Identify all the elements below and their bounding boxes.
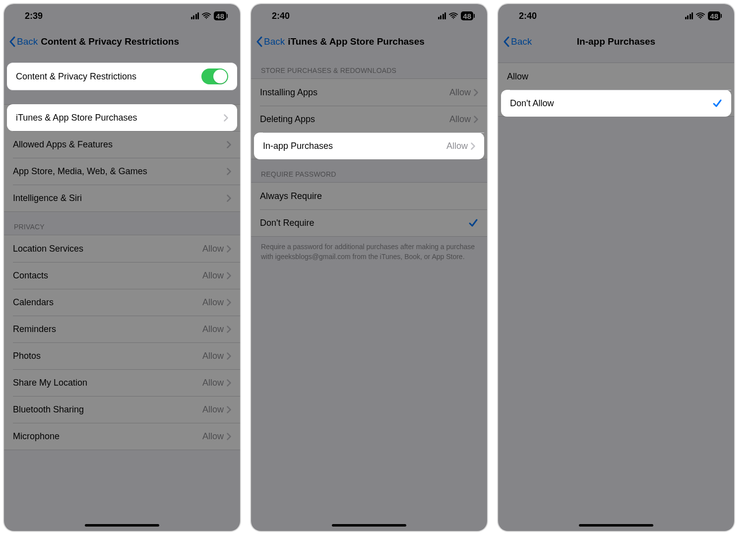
back-label: Back bbox=[17, 36, 38, 47]
toggle-switch[interactable] bbox=[201, 68, 228, 84]
row-reminders[interactable]: RemindersAllow bbox=[4, 316, 240, 342]
row-bluetooth-sharing[interactable]: Bluetooth SharingAllow bbox=[4, 396, 240, 423]
wifi-icon bbox=[696, 12, 705, 19]
screen-3: 2:40 48 Back In-app Purchases Allow Don'… bbox=[497, 3, 735, 532]
row-label: Bluetooth Sharing bbox=[13, 404, 202, 415]
screen-2: 2:40 48 Back iTunes & App Store Purchase… bbox=[250, 3, 488, 532]
row-calendars[interactable]: CalendarsAllow bbox=[4, 289, 240, 316]
privacy-group: Location ServicesAllow ContactsAllow Cal… bbox=[4, 235, 240, 450]
footer-note: Require a password for additional purcha… bbox=[251, 237, 487, 262]
home-indicator[interactable] bbox=[579, 524, 653, 527]
row-label: Calendars bbox=[13, 297, 202, 308]
privacy-header: Privacy bbox=[4, 212, 240, 235]
row-itunes-app-store[interactable]: iTunes & App Store Purchases bbox=[7, 104, 237, 131]
back-button[interactable]: Back bbox=[9, 36, 38, 47]
store-header: Store Purchases & Redownloads bbox=[251, 56, 487, 78]
status-right: 48 bbox=[191, 11, 226, 20]
back-button[interactable]: Back bbox=[256, 36, 285, 47]
content-privacy-toggle-row[interactable]: Content & Privacy Restrictions bbox=[7, 63, 237, 90]
row-value: Allow bbox=[202, 270, 224, 281]
row-allowed-apps[interactable]: Allowed Apps & Features bbox=[4, 131, 240, 158]
row-value: Allow bbox=[202, 404, 224, 415]
row-in-app-purchases[interactable]: In-app Purchases Allow bbox=[254, 133, 484, 159]
status-bar: 2:39 48 bbox=[4, 4, 240, 28]
row-installing-apps[interactable]: Installing Apps Allow bbox=[251, 79, 487, 106]
signal-icon bbox=[191, 12, 199, 19]
row-label: Installing Apps bbox=[260, 87, 449, 98]
row-label: Contacts bbox=[13, 270, 202, 281]
chevron-back-icon bbox=[9, 36, 16, 47]
chevron-right-icon bbox=[227, 245, 231, 253]
row-label: Intelligence & Siri bbox=[13, 193, 227, 203]
row-intelligence-siri[interactable]: Intelligence & Siri bbox=[4, 185, 240, 211]
status-bar: 2:40 48 bbox=[251, 4, 487, 28]
row-allow[interactable]: Allow bbox=[498, 63, 734, 90]
chevron-right-icon bbox=[224, 114, 228, 122]
nav-bar: Back iTunes & App Store Purchases bbox=[251, 28, 487, 56]
content: Allow Don't Allow bbox=[498, 56, 734, 531]
row-deleting-apps[interactable]: Deleting Apps Allow bbox=[251, 106, 487, 133]
svg-point-2 bbox=[700, 18, 701, 19]
back-button[interactable]: Back bbox=[503, 36, 532, 47]
toggle-label: Content & Privacy Restrictions bbox=[16, 71, 201, 82]
row-label: Microphone bbox=[13, 431, 202, 442]
chevron-right-icon bbox=[227, 433, 231, 440]
row-location-services[interactable]: Location ServicesAllow bbox=[4, 235, 240, 262]
options-group: Allow Don't Allow bbox=[498, 63, 734, 117]
wifi-icon bbox=[202, 12, 211, 19]
chevron-back-icon bbox=[503, 36, 510, 47]
content: Store Purchases & Redownloads Installing… bbox=[251, 56, 487, 531]
row-contacts[interactable]: ContactsAllow bbox=[4, 262, 240, 289]
row-dont-require[interactable]: Don't Require bbox=[251, 209, 487, 236]
row-label: iTunes & App Store Purchases bbox=[16, 113, 224, 123]
row-label: Allow bbox=[507, 71, 725, 82]
row-value: Allow bbox=[446, 141, 468, 151]
row-value: Allow bbox=[202, 324, 224, 334]
nav-bar: Back Content & Privacy Restrictions bbox=[4, 28, 240, 56]
battery-icon: 48 bbox=[708, 11, 720, 20]
home-indicator[interactable] bbox=[85, 524, 159, 527]
battery-icon: 48 bbox=[461, 11, 473, 20]
chevron-right-icon bbox=[474, 89, 478, 96]
row-always-require[interactable]: Always Require bbox=[251, 183, 487, 209]
signal-icon bbox=[685, 12, 693, 19]
home-indicator[interactable] bbox=[332, 524, 406, 527]
row-value: Allow bbox=[449, 87, 471, 98]
row-value: Allow bbox=[202, 297, 224, 308]
row-share-my-location[interactable]: Share My LocationAllow bbox=[4, 369, 240, 396]
chevron-right-icon bbox=[227, 352, 231, 360]
check-icon bbox=[468, 218, 478, 228]
chevron-right-icon bbox=[227, 272, 231, 279]
row-label: Share My Location bbox=[13, 378, 202, 388]
row-microphone[interactable]: MicrophoneAllow bbox=[4, 423, 240, 450]
status-bar: 2:40 48 bbox=[498, 4, 734, 28]
password-group: Always Require Don't Require bbox=[251, 182, 487, 237]
row-label: Allowed Apps & Features bbox=[13, 139, 227, 150]
row-label: Location Services bbox=[13, 244, 202, 254]
password-header: Require Password bbox=[251, 159, 487, 182]
svg-point-0 bbox=[206, 18, 207, 19]
toggle-group: Content & Privacy Restrictions bbox=[7, 63, 237, 90]
row-label: Don't Allow bbox=[510, 98, 712, 109]
row-dont-allow[interactable]: Don't Allow bbox=[501, 90, 731, 117]
chevron-right-icon bbox=[227, 406, 231, 413]
page-title: Content & Privacy Restrictions bbox=[41, 36, 179, 47]
row-value: Allow bbox=[202, 378, 224, 388]
row-label: Don't Require bbox=[260, 218, 468, 228]
page-title: In-app Purchases bbox=[498, 36, 734, 47]
status-time: 2:40 bbox=[272, 11, 290, 21]
chevron-right-icon bbox=[471, 142, 475, 150]
row-photos[interactable]: PhotosAllow bbox=[4, 342, 240, 369]
back-label: Back bbox=[264, 36, 285, 47]
chevron-right-icon bbox=[227, 168, 231, 175]
main-group-wrapper: iTunes & App Store Purchases Allowed App… bbox=[4, 104, 240, 212]
signal-icon bbox=[438, 12, 446, 19]
chevron-right-icon bbox=[227, 326, 231, 333]
row-label: App Store, Media, Web, & Games bbox=[13, 166, 227, 177]
row-app-store-media[interactable]: App Store, Media, Web, & Games bbox=[4, 158, 240, 185]
row-value: Allow bbox=[202, 351, 224, 361]
row-label: Photos bbox=[13, 351, 202, 361]
main-group: iTunes & App Store Purchases Allowed App… bbox=[4, 104, 240, 212]
chevron-right-icon bbox=[474, 116, 478, 123]
screen-1: 2:39 48 Back Content & Privacy Restricti… bbox=[3, 3, 241, 532]
